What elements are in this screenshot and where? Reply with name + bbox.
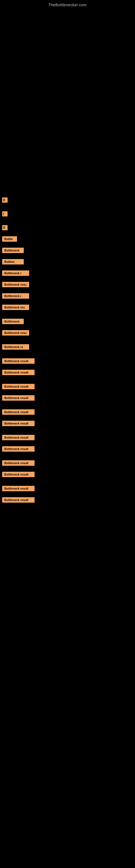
result-row-9: Bottleneck r [0, 291, 135, 300]
result-row-15: Bottleneck result [0, 368, 135, 377]
result-badge-10[interactable]: Bottleneck res [2, 305, 29, 310]
site-title: TheBottlenecker.com [0, 0, 135, 9]
result-badge-14[interactable]: Bottleneck result [2, 358, 35, 364]
result-row-14: Bottleneck result [0, 357, 135, 365]
result-badge-16[interactable]: Bottleneck result [2, 384, 35, 389]
top-black-area [0, 9, 135, 193]
result-row-21: Bottleneck result [0, 444, 135, 453]
result-row-20: Bottleneck result [0, 433, 135, 442]
result-badge-4[interactable]: Bottle [2, 236, 17, 242]
result-row-22: Bottleneck result [0, 459, 135, 467]
result-badge-22[interactable]: Bottleneck result [2, 460, 35, 466]
result-badge-6[interactable]: Bottlen [2, 259, 24, 265]
result-row-18: Bottleneck result [0, 408, 135, 416]
result-badge-23[interactable]: Bottleneck result [2, 472, 35, 477]
result-badge-15[interactable]: Bottleneck result [2, 370, 35, 375]
result-badge-11[interactable]: Bottleneck [2, 319, 24, 324]
result-badge-3[interactable]: B [2, 225, 8, 230]
result-row-13: Bottleneck re [0, 343, 135, 351]
result-badge-13[interactable]: Bottleneck re [2, 344, 29, 350]
result-row-23: Bottleneck result [0, 470, 135, 479]
result-row-3: B [0, 223, 135, 232]
result-row-4: Bottle [0, 235, 135, 243]
result-badge-19[interactable]: Bottleneck result [2, 421, 35, 426]
result-badge-24[interactable]: Bottleneck result [2, 486, 35, 491]
result-badge-7[interactable]: Bottleneck r [2, 271, 29, 276]
result-row-2: | [0, 210, 135, 218]
result-row-6: Bottlen [0, 257, 135, 266]
result-row-19: Bottleneck result [0, 419, 135, 428]
result-row-17: Bottleneck result [0, 394, 135, 402]
result-badge-9[interactable]: Bottleneck r [2, 293, 29, 299]
result-row-16: Bottleneck result [0, 382, 135, 391]
result-row-11: Bottleneck [0, 317, 135, 326]
result-badge-12[interactable]: Bottleneck resu [2, 330, 29, 336]
result-row-12: Bottleneck resu [0, 329, 135, 337]
result-row-25: Bottleneck result [0, 496, 135, 504]
result-badge-1[interactable]: B [2, 197, 8, 203]
result-badge-17[interactable]: Bottleneck result [2, 395, 35, 401]
result-row-5: Bottleneck [0, 246, 135, 255]
result-row-8: Bottleneck resu [0, 280, 135, 289]
result-badge-2[interactable]: | [2, 211, 8, 216]
result-badge-8[interactable]: Bottleneck resu [2, 282, 29, 287]
result-badge-21[interactable]: Bottleneck result [2, 446, 35, 452]
result-badge-25[interactable]: Bottleneck result [2, 497, 35, 503]
result-badge-5[interactable]: Bottleneck [2, 248, 24, 253]
result-badge-20[interactable]: Bottleneck result [2, 435, 35, 440]
result-badge-18[interactable]: Bottleneck result [2, 409, 35, 415]
results-container: B | B Bottle Bottleneck Bottlen Bottlene… [0, 193, 135, 507]
result-row-10: Bottleneck res [0, 303, 135, 312]
result-row-7: Bottleneck r [0, 269, 135, 278]
result-row-1: B [0, 196, 135, 204]
result-row-24: Bottleneck result [0, 484, 135, 493]
